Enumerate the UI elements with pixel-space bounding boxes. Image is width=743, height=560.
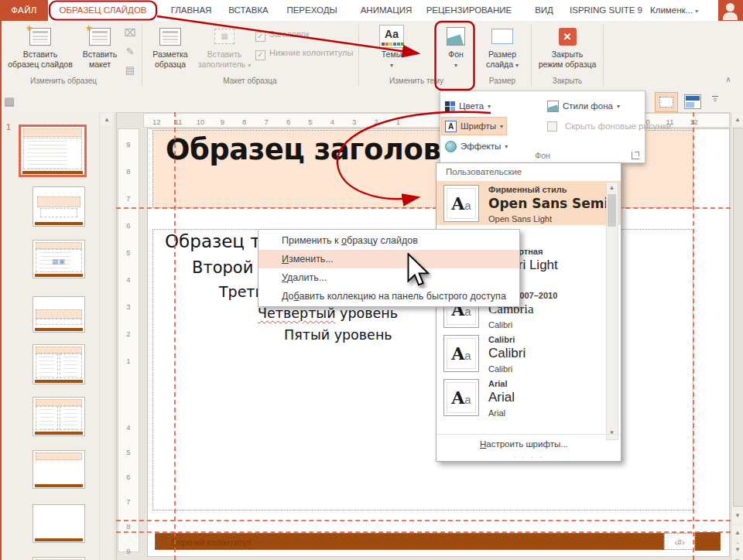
scroll-up-icon[interactable]: ▲ bbox=[732, 114, 743, 125]
fonts-icon: A bbox=[445, 121, 457, 132]
checked-checkbox-icon: ✓ bbox=[255, 50, 265, 60]
tab-home[interactable]: ГЛАВНАЯ bbox=[160, 0, 222, 21]
slide-size-icon bbox=[491, 29, 513, 44]
tab-review[interactable]: РЕЦЕНЗИРОВАНИЕ bbox=[420, 0, 518, 21]
rename-slide-icon[interactable]: ✎ bbox=[122, 44, 138, 60]
horizontal-guide[interactable] bbox=[116, 520, 731, 521]
thumbnail-scrollbar[interactable]: ▲ bbox=[99, 112, 114, 560]
footers-checkbox[interactable]: ✓Нижние колонтитулы bbox=[255, 47, 353, 60]
background-styles-icon bbox=[547, 101, 559, 112]
placeholder-toolbar-button[interactable] bbox=[655, 92, 678, 112]
vertical-ruler: 987654321 456789 bbox=[118, 128, 139, 552]
font-theme-item-brand[interactable]: Aa Фирменный стиль Open Sans Semi... Ope… bbox=[437, 181, 621, 225]
main-scrollbar[interactable]: ▲ ▼ ▲▲ ▼▼ bbox=[731, 112, 743, 560]
scroll-down-icon[interactable]: ▼ bbox=[732, 510, 743, 521]
customize-fonts-button[interactable]: Настроить шрифты... bbox=[437, 434, 621, 453]
thumbnail-pane bbox=[2, 112, 99, 560]
horizontal-guide[interactable] bbox=[116, 531, 731, 533]
thumbnail-two-content-layout[interactable] bbox=[33, 344, 85, 384]
slide-title-text[interactable]: Образец заголовка bbox=[166, 133, 478, 166]
group-edit-master: Изменить образец bbox=[5, 77, 122, 87]
fonts-button[interactable]: AШрифты▾ bbox=[442, 118, 506, 135]
theme-fonts-gallery: Пользовательские Aa Фирменный стиль Open… bbox=[436, 162, 621, 462]
layout-toolbar-button[interactable] bbox=[684, 94, 701, 109]
group-close: Закрыть bbox=[536, 77, 599, 87]
horizontal-guide[interactable] bbox=[116, 207, 731, 209]
chevron-down-icon: ▾ bbox=[695, 8, 698, 15]
previous-slide-icon[interactable]: ▲▲ bbox=[732, 527, 743, 538]
gallery-scrollbar[interactable]: ▲ ▼ bbox=[606, 182, 618, 440]
sparkle-icon: ★ bbox=[85, 23, 93, 33]
thumbnail-partial[interactable] bbox=[33, 557, 85, 560]
more-commands-icon[interactable]: ▿ bbox=[709, 94, 721, 108]
chevron-down-icon: ▾ bbox=[390, 62, 393, 69]
chevron-down-icon: ▾ bbox=[454, 62, 457, 69]
vertical-guide[interactable] bbox=[174, 112, 176, 560]
ribbon: ★ Вставитьобразец слайдов ★ Вставитьмаке… bbox=[0, 21, 743, 91]
gallery-resize-handle[interactable]: · · · · bbox=[437, 453, 621, 461]
font-theme-item-calibri[interactable]: Aa Calibri Calibri Calibri bbox=[437, 331, 621, 375]
group-edit-theme: Изменить тему bbox=[362, 77, 471, 87]
thumbnail-section-layout[interactable] bbox=[33, 296, 85, 333]
powerpoint-window: ФАЙЛ ОБРАЗЕЦ СЛАЙДОВ ГЛАВНАЯ ВСТАВКА ПЕР… bbox=[0, 0, 743, 560]
hide-background-checkbox[interactable]: Скрыть фоновые рисунки bbox=[547, 118, 671, 135]
font-sample-icon: Aa bbox=[443, 335, 479, 372]
group-master-layout: Макет образца bbox=[146, 77, 354, 87]
vertical-guide[interactable] bbox=[693, 112, 694, 560]
context-menu: Применить к образцу слайдов Изменить... … bbox=[258, 229, 520, 307]
context-menu-item[interactable]: Изменить... bbox=[259, 250, 519, 268]
unchecked-checkbox-icon bbox=[547, 121, 557, 131]
background-group-label: Фон bbox=[440, 151, 645, 160]
person-icon bbox=[726, 3, 734, 12]
next-slide-icon[interactable]: ▼▼ bbox=[732, 544, 743, 555]
scroll-up-icon[interactable]: ▲ bbox=[607, 183, 617, 193]
scroll-up-icon[interactable]: ▲ bbox=[101, 114, 113, 125]
chevron-down-icon: ▾ bbox=[505, 143, 508, 150]
thumbnail-master[interactable] bbox=[19, 125, 87, 177]
delete-slide-icon[interactable]: ⌧ bbox=[122, 26, 138, 41]
colors-button[interactable]: Цвета▾ bbox=[445, 97, 491, 114]
tab-slide-master[interactable]: ОБРАЗЕЦ СЛАЙДОВ bbox=[50, 0, 156, 21]
dialog-launcher-icon[interactable] bbox=[632, 152, 639, 159]
context-menu-item[interactable]: Применить к образцу слайдов bbox=[259, 231, 519, 250]
tab-transitions[interactable]: ПЕРЕХОДЫ bbox=[279, 0, 345, 21]
slide-layout-icon: ★ bbox=[89, 28, 111, 46]
avatar[interactable] bbox=[718, 0, 743, 21]
thumbnail-blank-layout[interactable] bbox=[33, 504, 85, 543]
context-menu-item[interactable]: Удалить... bbox=[259, 268, 519, 287]
close-x-icon: ✕ bbox=[559, 28, 577, 46]
tab-view[interactable]: ВИД bbox=[528, 0, 560, 21]
background-styles-menu-button[interactable]: Стили фона▾ bbox=[547, 97, 620, 114]
font-theme-item-arial[interactable]: Aa Arial Arial Arial bbox=[437, 375, 621, 419]
thumbnail-title-layout[interactable] bbox=[33, 186, 85, 227]
date-placeholder[interactable] bbox=[695, 532, 721, 551]
body-level-4[interactable]: Четвертый уровень bbox=[258, 306, 398, 321]
ungroup-icon[interactable]: ▧ bbox=[0, 94, 19, 109]
tab-animation[interactable]: АНИМАЦИЯ bbox=[356, 0, 416, 21]
scrollbar-thumb[interactable] bbox=[733, 128, 743, 507]
tab-file[interactable]: ФАЙЛ bbox=[0, 0, 48, 21]
scrollbar-thumb[interactable] bbox=[608, 194, 616, 227]
pane-splitter[interactable] bbox=[114, 112, 117, 560]
media-icons: ▦▣ bbox=[52, 258, 65, 265]
tab-insert[interactable]: ВСТАВКА bbox=[221, 0, 276, 21]
checked-checkbox-icon: ✓ bbox=[255, 32, 265, 42]
themes-icon: Аа bbox=[379, 25, 404, 48]
footer-placeholder[interactable]: Верхний колонтитул bbox=[155, 533, 664, 550]
background-group-flyout: Цвета▾ AШрифты▾ Эффекты▾ Стили фона▾ Скр… bbox=[440, 90, 645, 163]
slide-number-placeholder[interactable]: ‹#› bbox=[664, 533, 695, 550]
thumbnail-content-layout[interactable]: ▦▣ bbox=[33, 240, 85, 278]
title-checkbox[interactable]: ✓Заголовок bbox=[255, 29, 310, 41]
preserve-master-icon[interactable]: ▤ bbox=[122, 63, 138, 78]
account-menu[interactable]: Клименк... ▾ bbox=[650, 0, 704, 21]
font-sample-icon: Aa bbox=[443, 379, 479, 416]
chevron-down-icon: ▾ bbox=[515, 62, 519, 69]
tab-ispring-suite[interactable]: ISPRING SUITE 9 bbox=[565, 0, 647, 21]
context-menu-item[interactable]: Добавить коллекцию на панель быстрого до… bbox=[259, 287, 519, 306]
dotted-placeholder-icon bbox=[659, 97, 673, 108]
placeholder-grid-icon: ▦ bbox=[214, 29, 235, 44]
body-level-5[interactable]: Пятый уровень bbox=[284, 327, 392, 343]
thumbnail-comparison-layout[interactable] bbox=[33, 397, 85, 436]
collapse-ribbon-icon[interactable]: ∧ bbox=[720, 75, 737, 87]
thumbnail-title-only-layout[interactable] bbox=[33, 450, 85, 489]
